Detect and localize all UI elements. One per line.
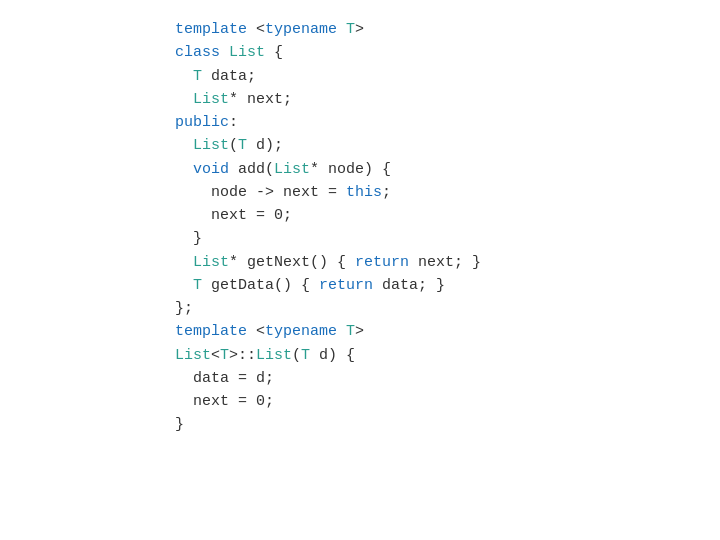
code-block: template <typename T>class List { T data… [0,0,481,455]
code-line: } [175,413,481,436]
code-line: } [175,227,481,250]
code-line: template <typename T> [175,18,481,41]
code-line: next = 0; [175,390,481,413]
code-line: List* getNext() { return next; } [175,251,481,274]
code-line: data = d; [175,367,481,390]
code-line: List* next; [175,88,481,111]
code-line: public: [175,111,481,134]
code-line: T data; [175,65,481,88]
code-line: }; [175,297,481,320]
code-line: next = 0; [175,204,481,227]
code-line: node -> next = this; [175,181,481,204]
code-line: class List { [175,41,481,64]
code-line: void add(List* node) { [175,158,481,181]
code-line: List(T d); [175,134,481,157]
code-line: T getData() { return data; } [175,274,481,297]
code-line: List<T>::List(T d) { [175,344,481,367]
code-line: template <typename T> [175,320,481,343]
